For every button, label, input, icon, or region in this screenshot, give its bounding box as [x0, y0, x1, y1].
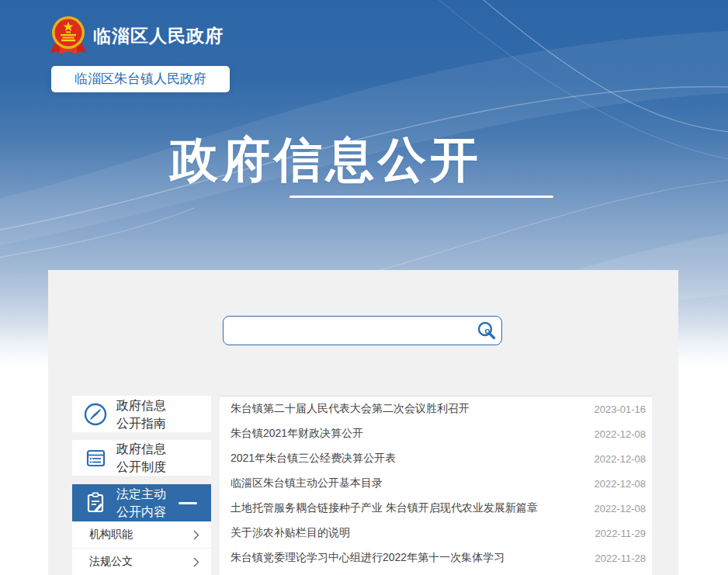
org-name-button[interactable]: 临淄区朱台镇人民政府: [51, 66, 230, 92]
news-date: 2022-12-08: [595, 503, 647, 514]
chevron-right-icon: [193, 530, 199, 540]
submenu-item-regulations-documents[interactable]: 法规公文: [72, 548, 211, 575]
submenu-item-label: 法规公文: [89, 555, 133, 569]
search-bar: [223, 316, 502, 345]
sidebar-item-label: 政府信息 公开指南: [116, 397, 166, 432]
sidebar-item-label: 政府信息 公开制度: [116, 440, 166, 476]
news-date: 2022-12-08: [595, 478, 647, 490]
title-underline: [289, 196, 553, 198]
news-date: 2022-12-08: [595, 428, 647, 440]
news-link[interactable]: 朱台镇第二十届人民代表大会第二次会议胜利召开: [231, 402, 470, 416]
news-row: 朱台镇党委理论学习中心组进行2022年第十一次集体学习 2022-11-28: [220, 546, 652, 570]
search-icon: [476, 320, 497, 341]
news-row: 土地托管服务耦合链接种子产业 朱台镇开启现代农业发展新篇章 2022-12-08: [220, 496, 652, 521]
clipboard-edit-icon: [82, 490, 109, 516]
news-date: 2023-01-16: [595, 404, 647, 415]
news-date: 2022-12-08: [595, 453, 647, 465]
sidebar-item-label: 法定主动 公开内容: [116, 485, 166, 521]
news-link[interactable]: 朱台镇2021年财政决算公开: [231, 427, 363, 441]
notebook-icon: [82, 445, 109, 471]
chevron-right-icon: [193, 557, 199, 567]
news-row: 朱台镇第二十届人民代表大会第二次会议胜利召开 2023-01-16: [220, 397, 652, 421]
news-row: 关于涉农补贴栏目的说明 2022-11-29: [220, 521, 652, 546]
sidebar-submenu: 机构职能 法规公文: [72, 521, 211, 575]
news-date: 2022-11-29: [595, 528, 646, 539]
news-link[interactable]: 临淄区朱台镇主动公开基本目录: [231, 476, 383, 490]
news-row: 临淄区朱台镇主动公开基本目录 2022-12-08: [220, 471, 652, 496]
compass-icon: [82, 401, 109, 428]
news-link[interactable]: 土地托管服务耦合链接种子产业 朱台镇开启现代农业发展新篇章: [231, 501, 538, 515]
sidebar-item-gov-info-guide[interactable]: 政府信息 公开指南: [72, 396, 211, 432]
news-list: 朱台镇第二十届人民代表大会第二次会议胜利召开 2023-01-16 朱台镇202…: [220, 396, 652, 575]
search-input[interactable]: [223, 316, 502, 345]
sidebar-item-gov-info-system[interactable]: 政府信息 公开制度: [72, 440, 211, 476]
page: 临淄区人民政府 临淄区朱台镇人民政府 政府信息公开: [0, 0, 728, 575]
news-link[interactable]: 2021年朱台镇三公经费决算公开表: [231, 452, 396, 466]
site-name[interactable]: 临淄区人民政府: [93, 24, 224, 48]
minus-indicator[interactable]: [179, 502, 197, 504]
news-row: 2021年朱台镇三公经费决算公开表 2022-12-08: [220, 446, 652, 471]
search-button[interactable]: [476, 320, 497, 341]
page-title: 政府信息公开: [0, 127, 652, 192]
submenu-item-agency-functions[interactable]: 机构职能: [72, 521, 211, 548]
submenu-item-label: 机构职能: [89, 528, 133, 542]
news-link[interactable]: 关于涉农补贴栏目的说明: [231, 526, 350, 540]
national-emblem-icon[interactable]: [50, 16, 87, 57]
news-row: 朱台镇2021年财政决算公开 2022-12-08: [220, 421, 652, 446]
news-date: 2022-11-28: [595, 552, 646, 564]
content-panel: 政府信息 公开指南 政府信息 公开制度: [48, 270, 678, 575]
news-link[interactable]: 朱台镇党委理论学习中心组进行2022年第十一次集体学习: [231, 551, 504, 565]
sidebar-item-statutory-disclosure[interactable]: 法定主动 公开内容: [72, 484, 211, 521]
